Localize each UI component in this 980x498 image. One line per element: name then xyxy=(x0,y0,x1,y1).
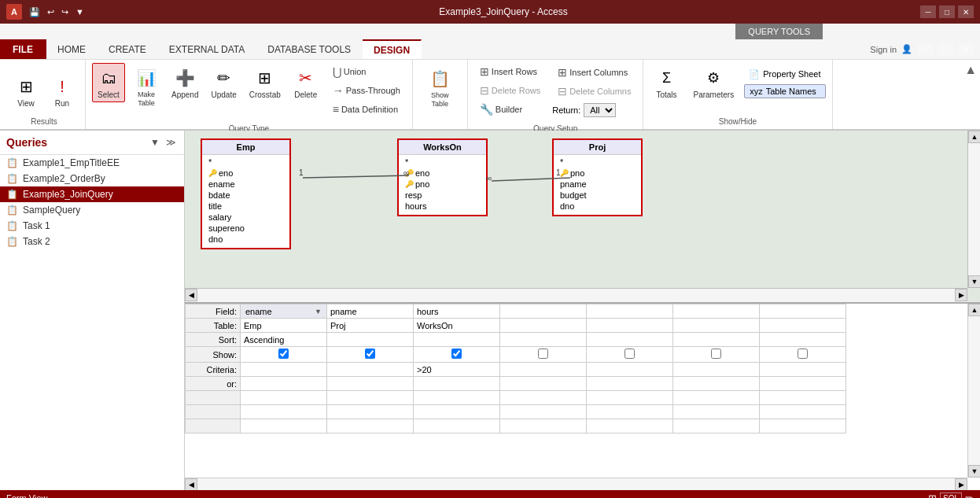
extra-cell-1-7[interactable] xyxy=(760,391,846,405)
or-cell-3[interactable] xyxy=(414,377,500,391)
design-icon-status[interactable]: ✏ xyxy=(965,492,974,499)
sidebar-item-example2[interactable]: 📋 Example2_OrderBy xyxy=(0,171,184,186)
append-button[interactable]: ➕ Append xyxy=(168,63,202,102)
grid-vscroll-track[interactable] xyxy=(968,316,980,465)
table-cell-1[interactable]: Emp xyxy=(241,319,327,333)
run-button[interactable]: ! Run xyxy=(46,72,79,111)
delete-rows-button[interactable]: ⊟ Delete Rows xyxy=(474,82,546,99)
extra-cell-3-6[interactable] xyxy=(673,419,760,433)
data-definition-button[interactable]: ≡ Data Definition xyxy=(327,101,406,118)
sort-cell-1[interactable]: Ascending xyxy=(241,333,327,347)
show-check-5[interactable] xyxy=(624,349,635,359)
criteria-cell-6[interactable] xyxy=(673,363,760,377)
ribbon-restore-btn[interactable]: □ xyxy=(938,43,953,56)
sort-cell-3[interactable] xyxy=(414,333,500,347)
make-table-button[interactable]: 📊 MakeTable xyxy=(130,63,163,110)
ribbon-close-btn[interactable]: ✕ xyxy=(958,43,974,56)
diag-vscroll-track[interactable] xyxy=(968,143,980,275)
maximize-btn[interactable]: □ xyxy=(939,6,955,18)
sidebar-menu-btn[interactable]: ≫ xyxy=(164,135,178,149)
field-cell-4[interactable] xyxy=(500,304,587,319)
parameters-button[interactable]: ⚙ Parameters xyxy=(689,63,738,102)
table-proj[interactable]: Proj * 🔑pno pname budget dno xyxy=(552,138,643,216)
insert-columns-button[interactable]: ⊞ Insert Columns xyxy=(552,64,636,81)
criteria-cell-3[interactable]: >20 xyxy=(414,363,500,377)
tab-database-tools[interactable]: DATABASE TOOLS xyxy=(256,39,363,59)
or-cell-6[interactable] xyxy=(673,377,760,391)
ribbon-collapse-btn[interactable]: ▲ xyxy=(964,63,977,77)
sidebar-collapse-btn[interactable]: ▼ xyxy=(148,135,162,149)
grid-scroll[interactable]: Field: ename ▼ pname ho xyxy=(185,304,980,490)
diag-scroll-down[interactable]: ▼ xyxy=(968,275,980,288)
show-cell-5[interactable] xyxy=(587,347,673,363)
extra-cell-1-4[interactable] xyxy=(500,391,587,405)
undo-btn[interactable]: ↩ xyxy=(45,6,57,19)
extra-cell-2-3[interactable] xyxy=(414,405,500,419)
save-quick-btn[interactable]: 💾 xyxy=(27,6,42,19)
extra-cell-2-2[interactable] xyxy=(327,405,414,419)
field-cell-5[interactable] xyxy=(587,304,673,319)
customize-btn[interactable]: ▼ xyxy=(73,6,87,18)
field-cell-6[interactable] xyxy=(673,304,760,319)
show-cell-4[interactable] xyxy=(500,347,587,363)
extra-cell-1-1[interactable] xyxy=(241,391,327,405)
or-cell-5[interactable] xyxy=(587,377,673,391)
tab-file[interactable]: FILE xyxy=(0,39,46,59)
sort-cell-5[interactable] xyxy=(587,333,673,347)
sort-cell-2[interactable] xyxy=(327,333,414,347)
sidebar-item-sample[interactable]: 📋 SampleQuery xyxy=(0,202,184,218)
or-cell-4[interactable] xyxy=(500,377,587,391)
view-button[interactable]: ⊞ View xyxy=(9,72,42,111)
extra-cell-3-1[interactable] xyxy=(241,419,327,433)
diag-scroll-up[interactable]: ▲ xyxy=(968,131,980,143)
field-cell-7[interactable] xyxy=(760,304,846,319)
sidebar-item-example3[interactable]: 📋 Example3_JoinQuery xyxy=(0,186,184,202)
insert-rows-button[interactable]: ⊞ Insert Rows xyxy=(474,63,546,80)
extra-cell-3-5[interactable] xyxy=(587,419,673,433)
table-emp[interactable]: Emp * 🔑eno ename bdate title salary supe… xyxy=(201,138,291,249)
criteria-cell-5[interactable] xyxy=(587,363,673,377)
sort-cell-7[interactable] xyxy=(760,333,846,347)
extra-cell-2-7[interactable] xyxy=(760,405,846,419)
show-check-2[interactable] xyxy=(365,349,375,359)
crosstab-button[interactable]: ⊞ Crosstab xyxy=(245,63,285,102)
table-cell-4[interactable] xyxy=(500,319,587,333)
extra-cell-2-5[interactable] xyxy=(587,405,673,419)
tab-home[interactable]: HOME xyxy=(46,39,98,59)
diag-hscroll-track[interactable] xyxy=(197,289,955,302)
field-cell-3[interactable]: hours xyxy=(414,304,500,319)
sidebar-item-task1[interactable]: 📋 Task 1 xyxy=(0,218,184,234)
pass-through-button[interactable]: → Pass-Through xyxy=(327,82,406,99)
grid-scroll-up[interactable]: ▲ xyxy=(968,304,980,316)
field-dropdown-1[interactable]: ▼ xyxy=(315,308,322,315)
ribbon-min-btn[interactable]: ─ xyxy=(917,43,933,56)
show-table-button[interactable]: 📋 ShowTable xyxy=(423,64,456,111)
return-select[interactable]: All 5 25 xyxy=(584,103,616,117)
sql-icon-status[interactable]: SQL xyxy=(940,492,962,499)
show-cell-6[interactable] xyxy=(673,347,760,363)
diag-scroll-right[interactable]: ▶ xyxy=(955,289,967,301)
sign-in-link[interactable]: Sign in xyxy=(870,45,897,54)
extra-cell-1-3[interactable] xyxy=(414,391,500,405)
or-cell-7[interactable] xyxy=(760,377,846,391)
grid-scroll-down[interactable]: ▼ xyxy=(968,465,980,478)
table-cell-5[interactable] xyxy=(587,319,673,333)
table-cell-3[interactable]: WorksOn xyxy=(414,319,500,333)
view-icon-status[interactable]: ⊞ xyxy=(928,492,937,499)
diag-scroll-left[interactable]: ◀ xyxy=(185,289,197,301)
sort-cell-4[interactable] xyxy=(500,333,587,347)
delete-columns-button[interactable]: ⊟ Delete Columns xyxy=(552,83,636,100)
close-app-btn[interactable]: ✕ xyxy=(958,6,974,18)
tab-design[interactable]: DESIGN xyxy=(363,39,422,59)
sort-cell-6[interactable] xyxy=(673,333,760,347)
minimize-btn[interactable]: ─ xyxy=(920,6,936,18)
show-cell-3[interactable] xyxy=(414,347,500,363)
extra-cell-3-3[interactable] xyxy=(414,419,500,433)
field-cell-1[interactable]: ename ▼ xyxy=(241,304,327,319)
extra-cell-2-1[interactable] xyxy=(241,405,327,419)
criteria-cell-2[interactable] xyxy=(327,363,414,377)
or-cell-2[interactable] xyxy=(327,377,414,391)
show-check-3[interactable] xyxy=(451,349,462,359)
extra-cell-1-6[interactable] xyxy=(673,391,760,405)
criteria-cell-4[interactable] xyxy=(500,363,587,377)
